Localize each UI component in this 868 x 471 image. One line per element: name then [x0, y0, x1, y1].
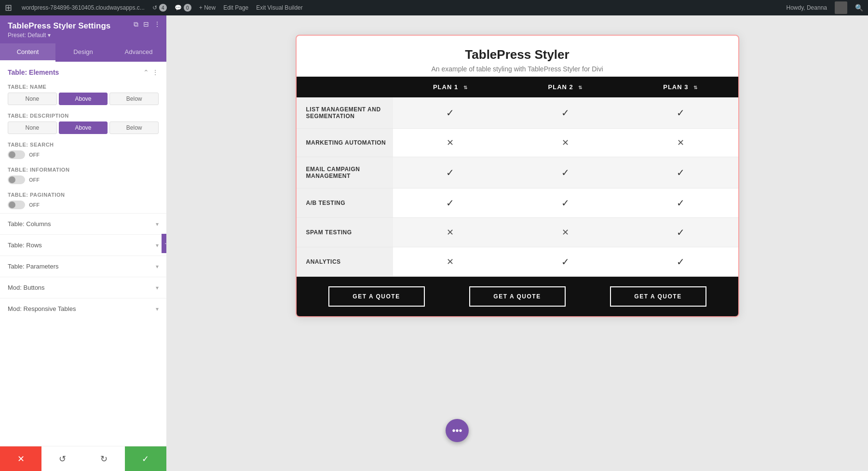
table-desc-above[interactable]: Above: [59, 121, 108, 134]
table-pagination-toggle[interactable]: [8, 201, 25, 209]
drag-handle[interactable]: ↔: [162, 234, 166, 253]
feature-cell: A/B TESTING: [297, 188, 393, 218]
tab-content[interactable]: Content: [0, 43, 55, 62]
feature-cell: LIST MANAGEMENT AND SEGMENTATION: [297, 97, 393, 129]
refresh-counter[interactable]: ↺ 4: [152, 4, 167, 12]
cross-icon: ✕: [677, 138, 684, 148]
redo-button[interactable]: ↻: [83, 446, 125, 471]
more-icon[interactable]: ⋮: [152, 68, 159, 76]
plan1-cell-4: ✕: [393, 218, 508, 247]
table-columns-header[interactable]: Table: Columns ▾: [0, 214, 166, 234]
check-icon: ✓: [561, 167, 570, 178]
mod-buttons-header[interactable]: Mod: Buttons ▾: [0, 277, 166, 298]
table-information-field: Table: Information OFF: [0, 163, 166, 188]
plan1-cell-1: ✕: [393, 129, 508, 157]
get-quote-btn-1[interactable]: GET A QUOTE: [328, 286, 425, 307]
chevron-down-icon-3: ▾: [156, 263, 159, 270]
howdy-text: Howdy, Deanna: [787, 4, 827, 11]
get-quote-btn-3[interactable]: GET A QUOTE: [610, 286, 706, 307]
sidebar-content: Table: Elements ⌃ ⋮ Table: Name None Abo…: [0, 62, 166, 471]
close-button[interactable]: ✕: [0, 446, 41, 471]
main-preview-area: TablePress Styler An example of table st…: [166, 15, 868, 471]
plan1-cell-3: ✓: [393, 188, 508, 218]
exit-builder-button[interactable]: Exit Visual Builder: [256, 4, 303, 11]
drag-handle-icon: ↔: [164, 241, 166, 246]
more-options-icon[interactable]: ⋮: [154, 20, 161, 28]
save-icon: ✓: [142, 454, 149, 464]
tab-advanced[interactable]: Advanced: [111, 43, 166, 62]
table-row: ANALYTICS✕✓✓: [297, 247, 738, 277]
mod-responsive-header[interactable]: Mod: Responsive Tables ▾: [0, 298, 166, 319]
check-icon: ✓: [446, 167, 454, 178]
tab-design[interactable]: Design: [55, 43, 111, 62]
site-name[interactable]: wordpress-784896-3610405.cloudwaysapps.c…: [22, 4, 145, 11]
elements-section-title: Table: Elements: [8, 68, 59, 76]
table-desc-below[interactable]: Below: [109, 121, 159, 134]
table-information-toggle[interactable]: [8, 175, 25, 184]
check-icon: ✓: [677, 227, 685, 238]
plan1-cell-5: ✕: [393, 247, 508, 277]
search-icon[interactable]: 🔍: [855, 4, 863, 12]
elements-section-header: Table: Elements ⌃ ⋮: [0, 62, 166, 80]
sidebar-panel: TablePress Styler Settings Preset: Defau…: [0, 15, 166, 471]
plan3-cell-1: ✕: [623, 129, 738, 157]
collapse-icon[interactable]: ⌃: [143, 68, 149, 76]
check-icon: ✓: [561, 256, 570, 267]
plan2-cell-2: ✓: [508, 157, 623, 188]
plan3-cell-5: ✓: [623, 247, 738, 277]
table-pagination-toggle-label: OFF: [29, 202, 40, 208]
table-rows-header[interactable]: Table: Rows ▾: [0, 235, 166, 256]
sort-icon-plan3[interactable]: ⇅: [693, 85, 698, 90]
wp-logo-icon: ⊞: [5, 2, 12, 13]
wp-admin-bar: ⊞ wordpress-784896-3610405.cloudwaysapps…: [0, 0, 868, 15]
redo-icon: ↻: [100, 454, 108, 464]
table-columns-title: Table: Columns: [8, 220, 51, 228]
chevron-down-icon: ▾: [156, 221, 159, 228]
table-row: MARKETING AUTOMATION✕✕✕: [297, 129, 738, 157]
edit-page-button[interactable]: Edit Page: [223, 4, 248, 11]
sort-icon-plan2[interactable]: ⇅: [578, 85, 583, 90]
sort-icon-plan1[interactable]: ⇅: [463, 85, 468, 90]
mod-buttons-section: Mod: Buttons ▾: [0, 277, 166, 298]
table-search-toggle[interactable]: [8, 150, 25, 159]
table-search-toggle-label: OFF: [29, 152, 40, 158]
chevron-down-icon-5: ▾: [156, 306, 159, 312]
get-quote-btn-2[interactable]: GET A QUOTE: [469, 286, 566, 307]
table-description-options: None Above Below: [8, 121, 159, 134]
copy-icon[interactable]: ⧉: [134, 20, 138, 28]
plan2-cell-1: ✕: [508, 129, 623, 157]
table-title: TablePress Styler: [306, 47, 729, 62]
fab-icon: •••: [452, 425, 462, 436]
avatar: [835, 1, 847, 14]
table-name-none[interactable]: None: [8, 93, 57, 105]
table-desc-none[interactable]: None: [8, 121, 57, 134]
table-name-below[interactable]: Below: [109, 93, 159, 105]
table-parameters-header[interactable]: Table: Parameters ▾: [0, 256, 166, 277]
fab-button[interactable]: •••: [446, 419, 469, 442]
chevron-down-icon-2: ▾: [156, 242, 159, 249]
table-information-label: Table: Information: [8, 167, 159, 173]
preset-selector[interactable]: Preset: Default ▾: [8, 32, 159, 39]
table-description-field: Table: Description None Above Below: [0, 109, 166, 138]
table-search-toggle-row: OFF: [8, 150, 159, 159]
comments-counter[interactable]: 💬 0: [175, 4, 191, 12]
feature-cell: SPAM TESTING: [297, 218, 393, 247]
check-icon: ✓: [677, 198, 685, 208]
new-button[interactable]: + New: [199, 4, 216, 11]
check-icon: ✓: [561, 108, 570, 118]
feature-cell: MARKETING AUTOMATION: [297, 129, 393, 157]
plan1-cell-0: ✓: [393, 97, 508, 129]
table-name-label: Table: Name: [8, 84, 159, 90]
check-icon: ✓: [561, 198, 570, 208]
sidebar-tabs: Content Design Advanced: [0, 43, 166, 62]
table-subtitle: An example of table styling with TablePr…: [306, 65, 729, 73]
save-button[interactable]: ✓: [125, 446, 166, 471]
table-description-label: Table: Description: [8, 113, 159, 119]
table-name-above[interactable]: Above: [59, 93, 108, 105]
columns-icon[interactable]: ⊟: [143, 20, 149, 28]
table-name-options: None Above Below: [8, 93, 159, 105]
plan3-cell-4: ✓: [623, 218, 738, 247]
undo-button[interactable]: ↺: [41, 446, 83, 471]
table-parameters-section: Table: Parameters ▾: [0, 256, 166, 277]
plan2-cell-3: ✓: [508, 188, 623, 218]
